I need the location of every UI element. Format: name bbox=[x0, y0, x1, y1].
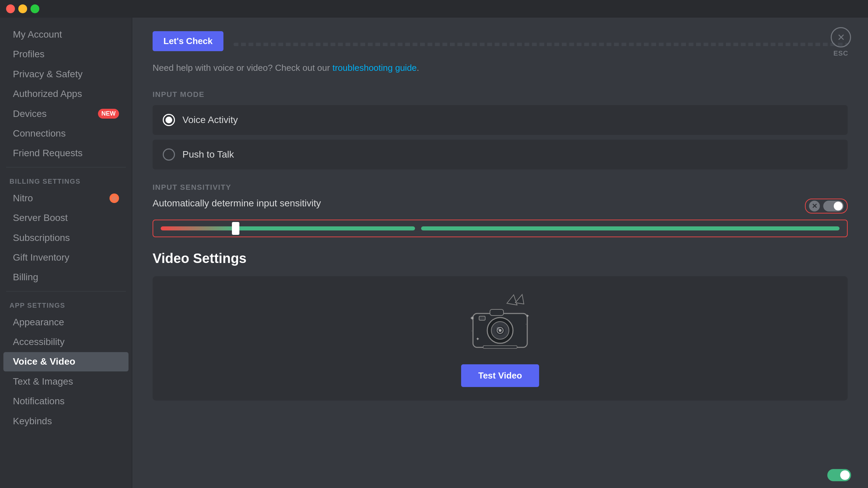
esc-circle-icon: ✕ bbox=[831, 27, 851, 47]
esc-label: ESC bbox=[833, 49, 848, 57]
sidebar-item-accessibility[interactable]: Accessibility bbox=[3, 332, 129, 351]
push-to-talk-radio[interactable] bbox=[163, 148, 175, 161]
top-bar: Let's Check bbox=[153, 31, 848, 57]
sensitivity-title: INPUT SENSITIVITY bbox=[153, 183, 231, 192]
sidebar-item-text-images[interactable]: Text & Images bbox=[3, 372, 129, 391]
sidebar-divider-billing bbox=[6, 167, 126, 167]
svg-text:✦: ✦ bbox=[526, 313, 530, 319]
sidebar-item-authorized-apps[interactable]: Authorized Apps bbox=[3, 84, 129, 103]
toggle-thumb bbox=[834, 202, 843, 210]
main-layout: My Account Profiles Privacy & Safety Aut… bbox=[0, 0, 868, 488]
video-preview-box: ✦ ✦ · · ✦ Test Video bbox=[153, 276, 848, 401]
titlebar bbox=[0, 0, 868, 18]
bottom-toggle-thumb bbox=[840, 470, 850, 480]
sidebar-item-connections[interactable]: Connections bbox=[3, 124, 129, 143]
nitro-icon: ◎ bbox=[110, 194, 119, 203]
svg-text:✦: ✦ bbox=[470, 315, 475, 322]
svg-text:✦: ✦ bbox=[476, 336, 480, 342]
sidebar-item-devices[interactable]: Devices NEW bbox=[3, 104, 129, 123]
sidebar-item-notifications[interactable]: Notifications bbox=[3, 392, 129, 411]
lets-check-button[interactable]: Let's Check bbox=[153, 31, 223, 51]
toggle-x-icon: ✕ bbox=[809, 201, 820, 211]
input-sensitivity-section: INPUT SENSITIVITY Automatically determin… bbox=[153, 183, 848, 237]
bottom-toggle-track[interactable] bbox=[827, 469, 851, 481]
sidebar-item-friend-requests[interactable]: Friend Requests bbox=[3, 144, 129, 163]
slider-thumb[interactable] bbox=[232, 222, 239, 235]
help-text: Need help with voice or video? Check out… bbox=[153, 63, 848, 73]
svg-marker-0 bbox=[507, 295, 517, 305]
sidebar-item-keybinds[interactable]: Keybinds bbox=[3, 412, 129, 431]
sidebar: My Account Profiles Privacy & Safety Aut… bbox=[0, 18, 132, 488]
esc-button[interactable]: ✕ ESC bbox=[831, 27, 851, 57]
sidebar-item-voice-video[interactable]: Voice & Video bbox=[3, 352, 129, 371]
video-settings-title: Video Settings bbox=[153, 251, 848, 266]
sidebar-item-privacy-safety[interactable]: Privacy & Safety bbox=[3, 65, 129, 84]
svg-text:·: · bbox=[471, 329, 472, 333]
sidebar-item-nitro[interactable]: Nitro ◎ bbox=[3, 189, 129, 208]
svg-point-17 bbox=[499, 329, 501, 332]
app-settings-label: APP SETTINGS bbox=[0, 296, 132, 312]
bottom-toggle bbox=[827, 469, 851, 481]
sidebar-item-billing[interactable]: Billing bbox=[3, 268, 129, 287]
sidebar-item-server-boost[interactable]: Server Boost bbox=[3, 208, 129, 227]
auto-sensitivity-toggle-wrapper: ✕ bbox=[805, 199, 848, 214]
voice-activity-radio[interactable] bbox=[163, 114, 175, 126]
sidebar-item-profiles[interactable]: Profiles bbox=[3, 45, 129, 64]
slider-bar-right bbox=[421, 226, 840, 230]
sensitivity-slider[interactable] bbox=[161, 226, 415, 230]
voice-activity-label: Voice Activity bbox=[182, 115, 238, 125]
push-to-talk-label: Push to Talk bbox=[182, 149, 234, 160]
svg-text:·: · bbox=[526, 322, 527, 326]
minimize-button[interactable] bbox=[18, 4, 27, 13]
test-video-button[interactable]: Test Video bbox=[461, 364, 539, 387]
sensitivity-header: INPUT SENSITIVITY bbox=[153, 183, 848, 192]
progress-bar bbox=[234, 43, 848, 46]
svg-rect-8 bbox=[479, 316, 485, 320]
close-button[interactable] bbox=[6, 4, 15, 13]
sidebar-item-my-account[interactable]: My Account bbox=[3, 25, 129, 44]
new-badge: NEW bbox=[98, 109, 119, 119]
sensitivity-slider-container bbox=[153, 220, 848, 237]
camera-illustration: ✦ ✦ · · ✦ bbox=[463, 293, 537, 354]
maximize-button[interactable] bbox=[31, 4, 39, 13]
sidebar-item-subscriptions[interactable]: Subscriptions bbox=[3, 228, 129, 247]
sidebar-item-appearance[interactable]: Appearance bbox=[3, 313, 129, 332]
svg-marker-1 bbox=[515, 294, 524, 304]
troubleshooting-link[interactable]: troubleshooting guide bbox=[332, 63, 417, 73]
auto-sensitivity-label: Automatically determine input sensitivit… bbox=[153, 198, 321, 209]
billing-settings-label: BILLING SETTINGS bbox=[0, 171, 132, 188]
input-mode-label: INPUT MODE bbox=[153, 90, 848, 99]
sidebar-divider-app bbox=[6, 291, 126, 291]
svg-rect-7 bbox=[490, 309, 504, 316]
main-content: ✕ ESC Let's Check Need help with voice o… bbox=[132, 18, 868, 488]
sidebar-item-gift-inventory[interactable]: Gift Inventory bbox=[3, 248, 129, 267]
voice-activity-option[interactable]: Voice Activity bbox=[153, 105, 848, 135]
auto-sensitivity-toggle[interactable] bbox=[823, 201, 844, 211]
push-to-talk-option[interactable]: Push to Talk bbox=[153, 140, 848, 169]
svg-rect-15 bbox=[483, 346, 517, 348]
